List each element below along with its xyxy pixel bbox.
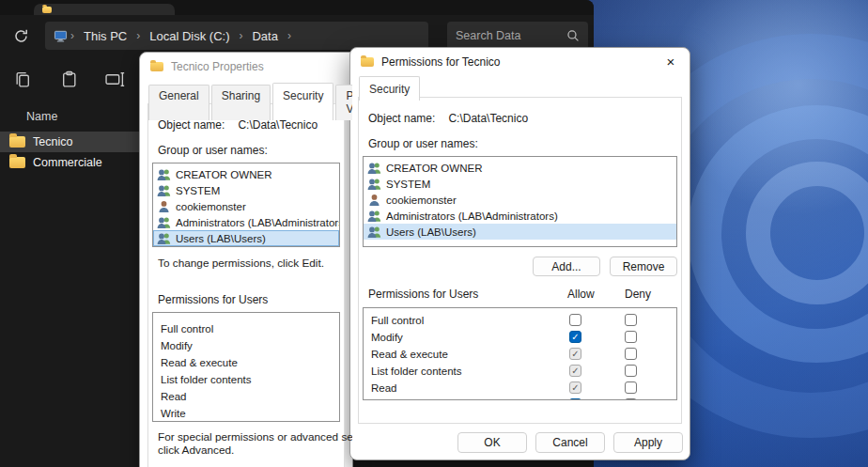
ok-button[interactable]: OK [457, 432, 527, 453]
group-row-selected[interactable]: Users (LAB\Users) [364, 224, 676, 240]
permissions-list: Full control Modify Read & execute List … [152, 312, 340, 422]
explorer-tab[interactable] [34, 4, 175, 15]
allow-checkbox[interactable] [569, 398, 581, 400]
file-name: Commerciale [33, 156, 102, 169]
dialog-titlebar[interactable]: Permissions for Tecnico × [350, 48, 690, 75]
chevron-right-icon[interactable]: › [236, 29, 245, 42]
allow-checkbox[interactable] [569, 365, 581, 377]
permissions-for-users-label: Permissions for Users [368, 288, 478, 301]
user-icon [367, 194, 381, 206]
allow-column-header: Allow [567, 288, 595, 301]
permission-row: Full control [364, 312, 676, 329]
group-name: SYSTEM [386, 179, 430, 190]
group-row[interactable]: cookiemonster [153, 198, 339, 214]
users-group-icon [367, 178, 381, 190]
search-box[interactable] [447, 22, 588, 50]
deny-checkbox[interactable] [625, 398, 637, 400]
rename-icon[interactable] [104, 69, 125, 89]
paste-icon[interactable] [58, 69, 79, 89]
chevron-right-icon[interactable]: › [285, 29, 294, 42]
folder-icon [9, 157, 25, 168]
permission-row[interactable]: Read [153, 389, 339, 406]
allow-checkbox[interactable] [569, 331, 581, 343]
permission-row: List folder contents [364, 363, 676, 380]
group-name: Administrators (LAB\Administrators) [386, 210, 558, 222]
group-row[interactable]: CREATOR OWNER [364, 160, 676, 176]
dialog-titlebar[interactable]: Tecnico Properties [140, 53, 352, 80]
breadcrumb-this-pc[interactable]: This PC [77, 29, 133, 43]
breadcrumb[interactable]: › This PC › Local Disk (C:) › Data › [45, 22, 428, 50]
group-row[interactable]: Administrators (LAB\Administrators) [364, 208, 676, 224]
allow-checkbox[interactable] [569, 314, 581, 326]
cancel-button[interactable]: Cancel [535, 432, 605, 453]
permission-row[interactable]: Modify [153, 338, 339, 355]
tab-previous-versions[interactable]: Previous Versions [335, 85, 353, 120]
object-name-label: Object name: [158, 118, 225, 132]
object-name-label: Object name: [368, 112, 435, 125]
apply-button[interactable]: Apply [613, 432, 683, 453]
properties-dialog-icon [150, 62, 163, 71]
deny-checkbox[interactable] [625, 381, 637, 394]
deny-checkbox[interactable] [625, 314, 637, 326]
user-icon [157, 200, 171, 212]
chevron-right-icon[interactable]: › [68, 29, 77, 42]
group-name: CREATOR OWNER [386, 163, 482, 174]
properties-tabs: General Sharing Security Previous Versio… [148, 83, 353, 120]
security-tab-page: Object name: C:\Data\Tecnico Group or us… [358, 97, 682, 424]
permission-row-clipped: Write [364, 397, 676, 400]
users-group-icon [157, 216, 171, 228]
chevron-right-icon[interactable]: › [133, 29, 143, 42]
permission-row[interactable]: List folder contents [153, 372, 339, 389]
command-bar [0, 58, 125, 100]
permission-name: Modify [371, 332, 403, 343]
refresh-button[interactable] [8, 23, 34, 49]
permissions-dialog: Permissions for Tecnico × Security Objec… [349, 47, 690, 460]
deny-checkbox[interactable] [625, 348, 637, 360]
group-name: Administrators (LAB\Administrators) [176, 217, 340, 228]
permission-row[interactable]: Write [153, 406, 339, 422]
deny-checkbox[interactable] [625, 331, 637, 343]
permission-row: Read & execute [364, 346, 676, 363]
permissions-dialog-icon [361, 57, 374, 67]
dialog-footer: OK Cancel Apply [350, 426, 690, 459]
tab-security[interactable]: Security [359, 76, 420, 101]
permission-name: Write [371, 399, 396, 400]
breadcrumb-data[interactable]: Data [245, 29, 284, 43]
users-group-icon [157, 168, 171, 180]
copy-icon[interactable] [12, 69, 33, 89]
tab-security[interactable]: Security [272, 83, 333, 120]
group-row[interactable]: Administrators (LAB\Administrators) [153, 214, 339, 230]
group-name: cookiemonster [176, 201, 246, 212]
users-group-icon [367, 162, 381, 174]
group-name: SYSTEM [176, 185, 220, 196]
search-input[interactable] [456, 29, 566, 42]
object-name-value: C:\Data\Tecnico [448, 112, 528, 125]
close-icon[interactable]: × [652, 48, 690, 75]
permission-name: Full control [371, 315, 424, 326]
group-names-label: Group or user names: [158, 144, 334, 157]
group-row[interactable]: cookiemonster [364, 192, 676, 208]
allow-checkbox[interactable] [569, 381, 581, 394]
tab-general[interactable]: General [148, 85, 209, 120]
deny-checkbox[interactable] [625, 365, 637, 377]
object-name-value: C:\Data\Tecnico [238, 118, 318, 132]
remove-button[interactable]: Remove [610, 257, 677, 276]
breadcrumb-local-disk-c[interactable]: Local Disk (C:) [143, 29, 236, 43]
add-button[interactable]: Add... [533, 257, 600, 276]
group-row[interactable]: CREATOR OWNER [153, 166, 339, 182]
dialog-title: Permissions for Tecnico [381, 55, 501, 69]
group-name: Users (LAB\Users) [176, 233, 266, 244]
permission-row[interactable]: Full control [153, 321, 339, 338]
desktop: › This PC › Local Disk (C:) › Data › [0, 0, 868, 467]
group-row[interactable]: SYSTEM [364, 176, 676, 192]
permission-name: Read [371, 382, 397, 394]
this-pc-icon [54, 30, 68, 42]
users-group-icon [367, 210, 381, 222]
group-row-selected[interactable]: Users (LAB\Users) [153, 230, 339, 246]
tab-sharing[interactable]: Sharing [211, 85, 271, 120]
group-row[interactable]: SYSTEM [153, 182, 339, 198]
permission-row[interactable]: Read & execute [153, 355, 339, 372]
permission-name: List folder contents [371, 366, 462, 377]
allow-checkbox[interactable] [569, 348, 581, 360]
dialog-title: Tecnico Properties [171, 60, 264, 73]
